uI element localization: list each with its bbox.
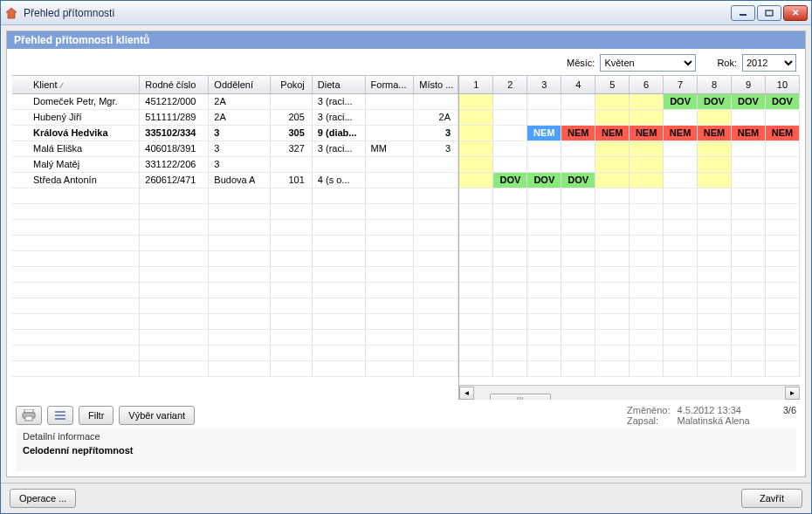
col-rc[interactable]: Rodné číslo [140, 76, 209, 93]
grid-right[interactable]: 12345678910 DOVDOVDOVDOVNEMNEMNEMNEMNEMN… [459, 76, 800, 400]
list-button[interactable] [47, 406, 73, 425]
table-row[interactable]: Hubený Jiří511111/2892A2053 (raci...2A [12, 109, 458, 125]
table-row[interactable] [459, 235, 800, 250]
col-forma[interactable]: Forma... [365, 76, 414, 93]
svg-rect-2 [766, 10, 773, 16]
variants-button[interactable]: Výběr variant [119, 406, 195, 425]
col-day-3[interactable]: 3 [527, 76, 561, 93]
table-row[interactable]: Domeček Petr, Mgr.451212/0002A3 (raci... [12, 93, 458, 109]
table-row[interactable] [12, 235, 458, 250]
table-row[interactable] [12, 345, 458, 360]
year-label: Rok: [717, 58, 737, 68]
col-day-10[interactable]: 10 [765, 76, 799, 93]
table-row[interactable]: Králová Hedvika335102/33433059 (diab...3 [12, 125, 458, 140]
table-row[interactable] [459, 345, 800, 360]
table-row[interactable]: Malá Eliška406018/39133273 (raci...MM3 [12, 140, 458, 156]
scroll-thumb[interactable] [490, 394, 551, 400]
svg-rect-5 [25, 416, 32, 421]
meta-info: Změněno: 4.5.2012 13:34 3/6 Zapsal: Mala… [627, 405, 796, 426]
horizontal-scrollbar[interactable]: ◄ ► [459, 385, 800, 400]
row-counter: 3/6 [757, 405, 796, 415]
table-row[interactable] [459, 109, 800, 125]
table-row[interactable] [459, 188, 800, 203]
col-day-1[interactable]: 1 [459, 76, 493, 93]
col-misto[interactable]: Místo ... [414, 76, 458, 93]
wrote-label: Zapsal: [627, 415, 671, 426]
month-select[interactable]: Květen [600, 54, 696, 72]
table-row[interactable] [459, 329, 800, 345]
app-window: Přehled přítomnosti ✕ Přehled přítomnost… [0, 0, 812, 514]
table-row[interactable] [12, 329, 458, 345]
sort-asc-icon: ∕ [59, 81, 63, 90]
col-day-5[interactable]: 5 [595, 76, 630, 93]
minimize-button[interactable] [731, 5, 755, 21]
zavrit-button[interactable]: Zavřít [741, 489, 802, 508]
table-row[interactable]: NEMNEMNEMNEMNEMNEMNEMNEM [459, 125, 800, 140]
grid: Klient ∕ Rodné číslo Oddělení Pokoj Diet… [12, 75, 800, 400]
table-row[interactable] [459, 266, 800, 282]
print-button[interactable] [16, 406, 42, 425]
changed-value: 4.5.2012 13:34 [678, 405, 750, 415]
table-row[interactable] [459, 140, 800, 156]
col-day-4[interactable]: 4 [561, 76, 595, 93]
filter-bar: Měsíc: Květen Rok: 2012 [7, 49, 805, 75]
table-row[interactable] [12, 250, 458, 266]
grid-left[interactable]: Klient ∕ Rodné číslo Oddělení Pokoj Diet… [12, 76, 459, 400]
table-row[interactable] [12, 203, 458, 219]
table-row[interactable] [459, 313, 800, 329]
footer: Operace ... Zavřít [1, 483, 811, 513]
table-row[interactable] [459, 156, 800, 172]
table-row[interactable] [12, 266, 458, 282]
table-row[interactable] [12, 188, 458, 203]
table-row[interactable] [12, 282, 458, 298]
table-row[interactable]: Středa Antonín260612/471Budova A1014 (s … [12, 172, 458, 188]
maximize-button[interactable] [757, 5, 781, 21]
table-row[interactable] [459, 360, 800, 376]
table-row[interactable] [12, 298, 458, 313]
panel-header: Přehled přítomnosti klientů [7, 31, 805, 49]
year-select[interactable]: 2012 [742, 54, 796, 72]
table-row[interactable] [459, 298, 800, 313]
svg-rect-3 [24, 409, 33, 413]
app-icon [4, 6, 18, 20]
col-day-9[interactable]: 9 [732, 76, 766, 93]
table-row[interactable] [12, 360, 458, 376]
col-day-8[interactable]: 8 [698, 76, 732, 93]
col-day-6[interactable]: 6 [630, 76, 664, 93]
table-row[interactable] [12, 313, 458, 329]
table-row[interactable]: DOVDOVDOV [459, 172, 800, 188]
table-row[interactable]: DOVDOVDOVDOV [459, 93, 800, 109]
filter-button[interactable]: Filtr [79, 406, 114, 425]
toolbar: Filtr Výběr variant Změněno: 4.5.2012 13… [7, 400, 805, 428]
table-row[interactable] [459, 203, 800, 219]
detail-label: Detailní informace [23, 431, 789, 442]
table-row[interactable]: Malý Matěj331122/2063 [12, 156, 458, 172]
scroll-left-arrow[interactable]: ◄ [459, 387, 474, 400]
table-row[interactable] [12, 219, 458, 235]
detail-box: Detailní informace Celodenní nepřítomnos… [16, 428, 796, 471]
month-label: Měsíc: [567, 58, 595, 68]
window-title: Přehled přítomnosti [24, 7, 114, 19]
wrote-value: Malatinská Alena [678, 415, 750, 426]
detail-value: Celodenní nepřítomnost [23, 445, 789, 456]
close-button[interactable]: ✕ [783, 5, 808, 21]
col-klient[interactable]: Klient ∕ [12, 76, 140, 93]
table-row[interactable] [459, 219, 800, 235]
col-day-7[interactable]: 7 [664, 76, 698, 93]
table-row[interactable] [459, 250, 800, 266]
table-row[interactable] [459, 282, 800, 298]
col-pokoj[interactable]: Pokoj [271, 76, 313, 93]
svg-marker-0 [6, 8, 17, 18]
col-odd[interactable]: Oddělení [209, 76, 271, 93]
changed-label: Změněno: [627, 405, 671, 415]
col-dieta[interactable]: Dieta [312, 76, 365, 93]
operace-button[interactable]: Operace ... [10, 489, 76, 508]
col-day-2[interactable]: 2 [493, 76, 527, 93]
titlebar: Přehled přítomnosti ✕ [1, 1, 811, 25]
scroll-right-arrow[interactable]: ► [785, 387, 800, 400]
content-panel: Přehled přítomnosti klientů Měsíc: Květe… [6, 31, 806, 477]
